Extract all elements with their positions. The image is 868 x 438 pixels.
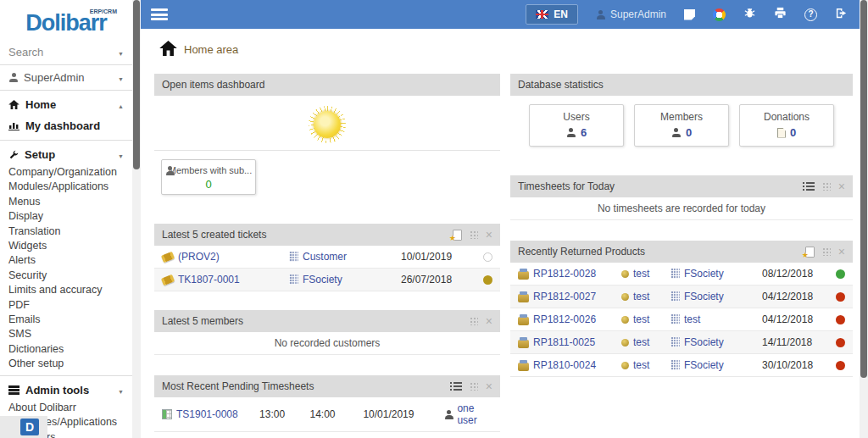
divider [0, 140, 132, 141]
product-icon [621, 293, 629, 301]
product-link[interactable]: test [633, 291, 649, 302]
language-selector[interactable]: EN [526, 4, 578, 25]
bug-icon[interactable] [743, 7, 756, 22]
sidebar-item-setup[interactable]: Setup [0, 144, 132, 165]
ticket-date: 10/01/2019 [401, 251, 469, 263]
sidebar-item-pdf[interactable]: PDF [0, 298, 132, 313]
server-icon [8, 385, 19, 395]
sidebar-item-alerts[interactable]: Alerts [0, 253, 132, 268]
sidebar-item-modules-applications[interactable]: Modules/Applications [0, 180, 132, 194]
members-card-label: Members with sub... [169, 165, 252, 175]
company-link[interactable]: FSociety [684, 359, 724, 371]
members-with-subscription-card[interactable]: Members with sub... 0 [161, 159, 256, 195]
product-box-icon [518, 317, 529, 325]
sidebar-item-other-setup[interactable]: Other setup [0, 357, 132, 371]
sidebar-item-emails[interactable]: Emails [0, 313, 132, 327]
company-icon [670, 269, 680, 279]
product-ref-link[interactable]: RP1812-0028 [533, 268, 596, 280]
return-date: 08/12/2018 [762, 268, 821, 280]
sun-weather-icon [309, 106, 346, 143]
company-icon [670, 360, 680, 370]
widget-move-icon[interactable] [822, 182, 831, 191]
product-ref-link[interactable]: RP1812-0026 [533, 313, 596, 325]
widget-close-icon[interactable] [486, 382, 492, 391]
stat-value: 0 [686, 126, 692, 139]
page-scrollbar-thumb[interactable] [860, 0, 867, 378]
topbar-user-menu[interactable]: SuperAdmin [596, 8, 666, 20]
company-link[interactable]: FSociety [684, 291, 724, 302]
sidebar-item-widgets[interactable]: Widgets [0, 239, 132, 253]
timesheet-ref-link[interactable]: TS1901-0008 [176, 408, 238, 420]
widget-close-icon[interactable] [838, 182, 845, 191]
product-ref-link[interactable]: RP1810-0024 [533, 359, 596, 371]
list-view-icon[interactable] [450, 382, 462, 391]
stat-value: 0 [790, 126, 796, 139]
widget-title: Timesheets for Today [518, 180, 615, 192]
sidebar-item-dictionaries[interactable]: Dictionaries [0, 342, 132, 357]
logo[interactable]: Dolibarr ERP/CRM [0, 0, 132, 40]
sidebar-item-company-organization[interactable]: Company/Organization [0, 165, 132, 180]
hamburger-menu-icon[interactable] [151, 8, 168, 20]
ticket-icon [161, 251, 175, 263]
logo-tagline: ERP/CRM [90, 8, 117, 14]
ticket-date: 26/07/2018 [401, 274, 469, 286]
help-icon[interactable] [804, 8, 817, 21]
stat-card-donations[interactable]: Donations 0 [739, 104, 834, 147]
google-icon[interactable] [713, 8, 726, 21]
sidebar-item-about-dolibarr[interactable]: About Dolibarr [0, 401, 132, 415]
sidebar-item-translation[interactable]: Translation [0, 225, 132, 239]
company-link[interactable]: test [684, 313, 700, 325]
timesheet-user-link[interactable]: one user [457, 402, 492, 426]
sidebar-item-display[interactable]: Display [0, 209, 132, 224]
company-icon [670, 337, 680, 347]
product-link[interactable]: test [633, 268, 649, 280]
notes-icon[interactable] [684, 9, 695, 20]
product-link[interactable]: test [633, 313, 649, 325]
sidebar-item-home[interactable]: Home [0, 94, 132, 115]
sidebar-item-security[interactable]: Security [0, 269, 132, 283]
product-ref-link[interactable]: RP1811-0025 [533, 336, 595, 348]
widget-close-icon[interactable] [486, 317, 492, 325]
print-icon[interactable] [774, 7, 787, 22]
company-link[interactable]: Customer [303, 251, 347, 263]
sidebar-scrollbar-thumb[interactable] [133, 0, 140, 169]
timesheet-date: 10/01/2019 [363, 408, 443, 420]
sidebar-user-select[interactable]: SuperAdmin [0, 65, 132, 91]
sidebar-item-my-dashboard[interactable]: My dashboard [0, 115, 132, 136]
ticket-icon [161, 274, 175, 286]
ticket-ref-link[interactable]: (PROV2) [178, 251, 220, 263]
search-input[interactable]: Search [0, 40, 132, 65]
topbar-user-label: SuperAdmin [610, 8, 666, 20]
company-link[interactable]: FSociety [684, 336, 724, 348]
widget-close-icon[interactable] [838, 247, 845, 256]
widget-header: Timesheets for Today [510, 175, 853, 197]
stat-card-members[interactable]: Members 0 [634, 104, 729, 147]
company-link[interactable]: FSociety [303, 274, 342, 286]
list-view-icon[interactable] [803, 182, 815, 191]
return-date: 04/12/2018 [762, 313, 821, 325]
sidebar-scrollbar [132, 0, 141, 438]
ticket-ref-link[interactable]: TK1807-0001 [178, 274, 240, 286]
stat-card-users[interactable]: Users 6 [529, 104, 624, 147]
dolibarr-bookmark-icon[interactable]: D [20, 419, 39, 435]
company-link[interactable]: FSociety [684, 268, 724, 280]
widget-move-icon[interactable] [470, 317, 478, 325]
widget-move-icon[interactable] [470, 382, 478, 391]
product-link[interactable]: test [633, 359, 649, 371]
sidebar-item-limits-and-accuracy[interactable]: Limits and accuracy [0, 283, 132, 297]
widget-close-icon[interactable] [486, 230, 492, 239]
sidebar-item-admin-tools[interactable]: Admin tools [0, 380, 132, 401]
product-link[interactable]: test [633, 336, 649, 348]
sidebar-item-sms[interactable]: SMS [0, 327, 132, 341]
logout-icon[interactable] [835, 7, 848, 22]
widget-title: Latest 5 created tickets [162, 229, 266, 241]
document-icon [777, 128, 786, 138]
widget-move-icon[interactable] [470, 230, 478, 239]
widget-title: Latest 5 members [162, 315, 243, 327]
sidebar-item-menus[interactable]: Menus [0, 195, 132, 209]
product-ref-link[interactable]: RP1812-0027 [533, 291, 596, 302]
add-new-icon[interactable] [453, 230, 462, 241]
widget-move-icon[interactable] [822, 247, 831, 256]
add-new-icon[interactable] [805, 247, 815, 258]
widget-header: Recently Returned Products [510, 241, 853, 263]
